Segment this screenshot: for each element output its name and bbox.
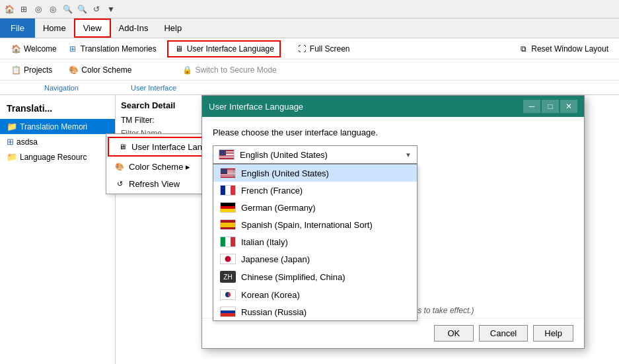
- folder-open-icon: 📁: [7, 122, 17, 131]
- lang-option-es-es[interactable]: Spanish (Spain, International Sort): [213, 216, 417, 233]
- dialog-footer: OK Cancel Help: [202, 318, 584, 348]
- flag-fr-icon: [220, 185, 236, 196]
- lang-icon: 🖥: [174, 44, 184, 54]
- sidebar: Translati... 📁 Translation Memori ⊞ asds…: [0, 95, 116, 364]
- menu-file[interactable]: File: [0, 18, 35, 38]
- ribbon-row-1: 🏠 Welcome ⊞ Translation Memories 🖥 User …: [0, 38, 619, 59]
- language-select-button[interactable]: English (United States) ▼: [213, 145, 418, 164]
- user-interface-language-dialog: User Interface Language ─ □ ✕ Please cho…: [201, 95, 585, 349]
- lang-option-ru-ru[interactable]: Russian (Russia): [213, 303, 417, 320]
- flag-es-icon: [220, 219, 236, 230]
- dialog-content: Please choose the user interface languag…: [202, 117, 584, 177]
- color-icon: 🎨: [114, 161, 125, 172]
- sidebar-title: Translati...: [0, 98, 115, 119]
- ribbon-projects[interactable]: 📋 Projects: [5, 63, 57, 77]
- menu-bar: File Home View Add-Ins Help: [0, 18, 619, 38]
- ribbon-full-screen[interactable]: ⛶ Full Screen: [291, 42, 355, 56]
- magnify1-icon[interactable]: 🔍: [61, 3, 74, 16]
- dialog-cancel-button[interactable]: Cancel: [479, 325, 528, 342]
- ribbon-reset-window[interactable]: ⧉ Reset Window Layout: [513, 42, 614, 56]
- lang-option-en-us[interactable]: English (United States): [213, 164, 417, 182]
- monitor-icon: 🖥: [117, 141, 127, 152]
- label-user-interface: User Interface: [118, 84, 190, 92]
- menu-view[interactable]: View: [74, 18, 111, 38]
- menu-help[interactable]: Help: [156, 18, 190, 38]
- grid-icon[interactable]: ⊞: [17, 3, 30, 16]
- home-icon[interactable]: 🏠: [3, 3, 16, 16]
- sidebar-item-translation-memories[interactable]: 📁 Translation Memori: [0, 119, 115, 134]
- magnify2-icon[interactable]: 🔍: [75, 3, 89, 16]
- lang-option-ja-jp[interactable]: Japanese (Japan): [213, 250, 417, 268]
- lang-option-ko-kr[interactable]: Korean (Korea): [213, 286, 417, 303]
- flag-de-icon: [220, 202, 236, 213]
- tm-icon: ⊞: [67, 44, 78, 54]
- fullscreen-icon: ⛶: [297, 44, 307, 54]
- language-dropdown-list: English (United States) French (France) …: [213, 164, 418, 321]
- top-toolbar: 🏠 ⊞ ◎ ◎ 🔍 🔍 ↺ ▼: [0, 0, 619, 18]
- language-select-container: English (United States) ▼ English (Unite…: [213, 145, 418, 164]
- ribbon-labels: Navigation User Interface: [0, 81, 619, 95]
- home-ribbon-icon: 🏠: [11, 44, 21, 54]
- flag-us-icon: [220, 168, 236, 178]
- lang-option-de-de[interactable]: German (Germany): [213, 199, 417, 216]
- dialog-close-button[interactable]: ✕: [560, 100, 577, 113]
- projects-icon: 📋: [11, 65, 21, 75]
- flag-jp-icon: [220, 254, 236, 264]
- palette-icon: 🎨: [68, 65, 79, 75]
- lock-icon: 🔒: [182, 65, 192, 75]
- folder-lang-icon: 📁: [7, 152, 17, 162]
- ribbon-user-interface-language[interactable]: 🖥 User Interface Language: [167, 40, 281, 57]
- selected-flag-icon: [219, 149, 235, 160]
- dropdown-arrow-icon[interactable]: ▼: [104, 3, 118, 16]
- menu-addins[interactable]: Add-Ins: [111, 18, 157, 38]
- sidebar-item-asdsa[interactable]: ⊞ asdsa: [0, 134, 115, 149]
- main-area: Translati... 📁 Translation Memori ⊞ asds…: [0, 95, 619, 364]
- ribbon-row-2: 📋 Projects 🎨 Color Scheme 🔒 Switch to Se…: [0, 59, 619, 81]
- lang-option-it-it[interactable]: Italian (Italy): [213, 233, 417, 250]
- sidebar-item-language-resource[interactable]: 📁 Language Resourc: [0, 149, 115, 164]
- ribbon-color-scheme[interactable]: 🎨 Color Scheme: [63, 63, 137, 77]
- dialog-help-button[interactable]: Help: [533, 325, 573, 342]
- dialog-titlebar: User Interface Language ─ □ ✕: [202, 96, 584, 117]
- select-chevron-icon: ▼: [405, 151, 412, 159]
- search2-icon[interactable]: ◎: [46, 3, 59, 16]
- search1-icon[interactable]: ◎: [32, 3, 45, 16]
- refresh-icon[interactable]: ↺: [90, 3, 103, 16]
- menu-home[interactable]: Home: [35, 18, 74, 38]
- dialog-minimize-button[interactable]: ─: [523, 100, 540, 113]
- lang-option-zh-cn[interactable]: ZH Chinese (Simplified, China): [213, 268, 417, 286]
- dialog-title: User Interface Language: [209, 102, 303, 112]
- flag-ru-icon: [220, 307, 236, 317]
- label-navigation: Navigation: [5, 84, 118, 92]
- ribbon-switch-secure[interactable]: 🔒 Switch to Secure Mode: [176, 63, 281, 77]
- reset-window-icon: ⧉: [518, 44, 528, 54]
- grid-sm-icon: ⊞: [7, 137, 14, 147]
- dialog-window-controls: ─ □ ✕: [523, 100, 577, 113]
- refresh-dropdown-icon: ↺: [114, 178, 125, 189]
- ribbon-translation-memories[interactable]: ⊞ Translation Memories: [62, 42, 162, 56]
- selected-language-label: English (United States): [240, 150, 328, 160]
- ribbon-welcome[interactable]: 🏠 Welcome: [5, 42, 62, 56]
- flag-it-icon: [220, 237, 236, 247]
- flag-kr-icon: [220, 289, 236, 300]
- flag-zh-icon: ZH: [220, 271, 236, 283]
- lang-option-fr-fr[interactable]: French (France): [213, 182, 417, 199]
- dialog-ok-button[interactable]: OK: [434, 325, 474, 342]
- dialog-description: Please choose the user interface languag…: [213, 127, 573, 137]
- dialog-maximize-button[interactable]: □: [542, 100, 559, 113]
